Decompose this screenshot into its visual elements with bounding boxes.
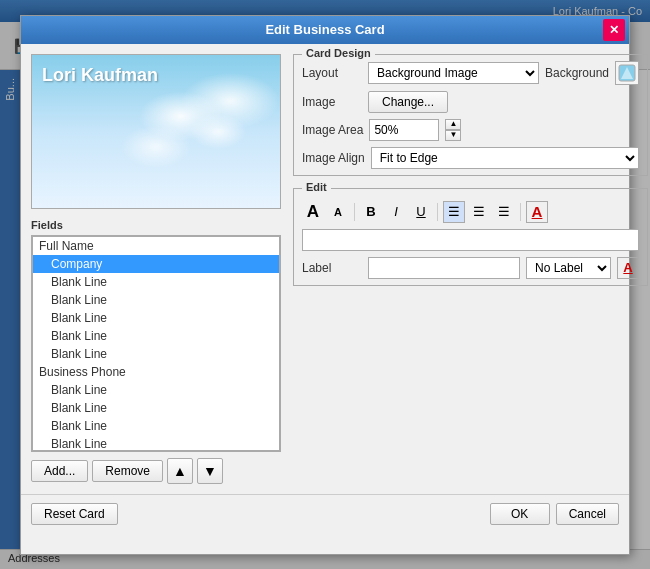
underline-icon: U bbox=[416, 204, 425, 219]
underline-button[interactable]: U bbox=[410, 201, 432, 223]
dialog-close-button[interactable]: ✕ bbox=[603, 19, 625, 41]
list-item[interactable]: Blank Line bbox=[33, 273, 279, 291]
reset-card-button[interactable]: Reset Card bbox=[31, 503, 118, 525]
background-label: Background bbox=[545, 66, 609, 80]
change-button[interactable]: Change... bbox=[368, 91, 448, 113]
ok-button[interactable]: OK bbox=[490, 503, 550, 525]
spinner-down[interactable]: ▼ bbox=[445, 130, 461, 141]
dialog-footer: Reset Card OK Cancel bbox=[21, 494, 629, 533]
label-color-button[interactable]: A bbox=[617, 257, 639, 279]
list-item[interactable]: Blank Line bbox=[33, 399, 279, 417]
down-arrow-icon: ▼ bbox=[203, 463, 217, 479]
font-large-icon: A bbox=[307, 202, 319, 222]
text-color-button[interactable]: A bbox=[526, 201, 548, 223]
move-down-button[interactable]: ▼ bbox=[197, 458, 223, 484]
image-align-row: Image Align Fit to EdgeStretchCrop bbox=[302, 147, 639, 169]
image-align-select[interactable]: Fit to EdgeStretchCrop bbox=[371, 147, 639, 169]
remove-button[interactable]: Remove bbox=[92, 460, 163, 482]
label-row: Label No LabelCustom...NameCompany A bbox=[302, 257, 639, 279]
edit-toolbar: A A B I U bbox=[302, 201, 639, 223]
list-item[interactable]: Blank Line bbox=[33, 417, 279, 435]
dialog-title: Edit Business Card bbox=[265, 22, 384, 37]
list-item[interactable]: Blank Line bbox=[33, 327, 279, 345]
list-item[interactable]: Company bbox=[33, 255, 279, 273]
fields-group-label: Fields bbox=[31, 219, 281, 231]
divider-2 bbox=[437, 203, 438, 221]
dialog-titlebar: Edit Business Card ✕ bbox=[21, 16, 629, 44]
image-area-input[interactable] bbox=[369, 119, 439, 141]
image-row: Image Change... bbox=[302, 91, 639, 113]
dialog-body: Lori Kaufman Fields Full NameCompanyBlan… bbox=[21, 44, 629, 494]
bold-button[interactable]: B bbox=[360, 201, 382, 223]
card-preview-panel: Lori Kaufman Fields Full NameCompanyBlan… bbox=[31, 54, 281, 484]
background-color-picker[interactable] bbox=[615, 61, 639, 85]
align-center-icon: ☰ bbox=[473, 204, 485, 219]
fields-list-container: Full NameCompanyBlank LineBlank LineBlan… bbox=[31, 235, 281, 452]
edit-text-area[interactable] bbox=[302, 229, 639, 251]
fields-buttons: Add... Remove ▲ ▼ bbox=[31, 458, 281, 484]
card-name: Lori Kaufman bbox=[42, 65, 158, 86]
dialog: Edit Business Card ✕ Lori Kaufman Fields… bbox=[20, 15, 630, 555]
list-item[interactable]: Blank Line bbox=[33, 435, 279, 451]
modal-overlay: Edit Business Card ✕ Lori Kaufman Fields… bbox=[0, 0, 650, 569]
align-center-button[interactable]: ☰ bbox=[468, 201, 490, 223]
italic-icon: I bbox=[394, 204, 398, 219]
font-increase-button[interactable]: A bbox=[302, 201, 324, 223]
label-field-label: Label bbox=[302, 261, 362, 275]
bold-icon: B bbox=[366, 204, 375, 219]
italic-button[interactable]: I bbox=[385, 201, 407, 223]
list-item[interactable]: Full Name bbox=[33, 237, 279, 255]
list-item[interactable]: Blank Line bbox=[33, 291, 279, 309]
align-right-icon: ☰ bbox=[498, 204, 510, 219]
font-decrease-button[interactable]: A bbox=[327, 201, 349, 223]
no-label-select[interactable]: No LabelCustom...NameCompany bbox=[526, 257, 611, 279]
add-button[interactable]: Add... bbox=[31, 460, 88, 482]
align-right-button[interactable]: ☰ bbox=[493, 201, 515, 223]
right-panel: Card Design Layout Background ImageText … bbox=[293, 54, 648, 484]
card-design-section: Card Design Layout Background ImageText … bbox=[293, 54, 648, 176]
layout-label: Layout bbox=[302, 66, 362, 80]
card-design-label: Card Design bbox=[302, 47, 375, 59]
list-item[interactable]: Blank Line bbox=[33, 345, 279, 363]
label-color-icon: A bbox=[623, 260, 632, 275]
edit-section: Edit A A B I bbox=[293, 188, 648, 286]
list-item[interactable]: Blank Line bbox=[33, 309, 279, 327]
card-preview: Lori Kaufman bbox=[31, 54, 281, 209]
label-input[interactable] bbox=[368, 257, 520, 279]
list-item[interactable]: Business Phone bbox=[33, 363, 279, 381]
image-align-label: Image Align bbox=[302, 151, 365, 165]
image-area-label: Image Area bbox=[302, 123, 363, 137]
move-up-button[interactable]: ▲ bbox=[167, 458, 193, 484]
up-arrow-icon: ▲ bbox=[173, 463, 187, 479]
fields-section: Fields Full NameCompanyBlank LineBlank L… bbox=[31, 219, 281, 484]
image-area-spinner: ▲ ▼ bbox=[445, 119, 461, 141]
font-small-icon: A bbox=[334, 206, 342, 218]
image-label: Image bbox=[302, 95, 362, 109]
list-item[interactable]: Blank Line bbox=[33, 381, 279, 399]
spinner-up[interactable]: ▲ bbox=[445, 119, 461, 130]
cancel-button[interactable]: Cancel bbox=[556, 503, 619, 525]
divider-1 bbox=[354, 203, 355, 221]
align-left-button[interactable]: ☰ bbox=[443, 201, 465, 223]
fields-list[interactable]: Full NameCompanyBlank LineBlank LineBlan… bbox=[32, 236, 280, 451]
align-left-icon: ☰ bbox=[448, 204, 460, 219]
layout-select[interactable]: Background ImageText OnlyImage LeftImage… bbox=[368, 62, 539, 84]
layout-row: Layout Background ImageText OnlyImage Le… bbox=[302, 61, 639, 85]
image-area-row: Image Area ▲ ▼ bbox=[302, 119, 639, 141]
edit-label: Edit bbox=[302, 181, 331, 193]
text-color-icon: A bbox=[532, 203, 543, 220]
divider-3 bbox=[520, 203, 521, 221]
